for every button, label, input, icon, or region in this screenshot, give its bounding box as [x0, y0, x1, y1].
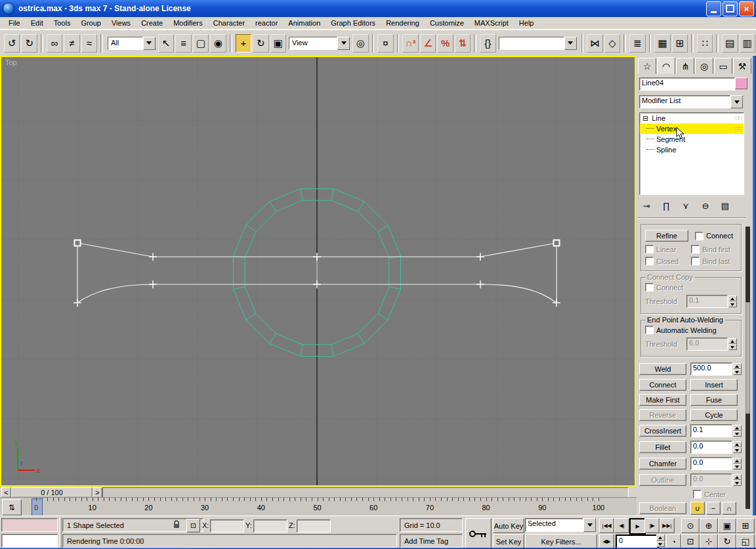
- select-object-icon[interactable]: ↖: [158, 34, 174, 53]
- stack-row-spline[interactable]: Spline: [640, 144, 744, 155]
- fillet-button[interactable]: Fillet: [639, 441, 686, 453]
- connect-checkbox[interactable]: [695, 232, 704, 240]
- align-icon[interactable]: ◇: [604, 34, 620, 53]
- refine-button[interactable]: Refine: [645, 230, 688, 242]
- curve-editor-icon[interactable]: ▦: [654, 34, 670, 53]
- reverse-button[interactable]: Reverse: [639, 409, 686, 421]
- boolean-subtraction-icon[interactable]: −: [706, 502, 721, 515]
- first-vertex-marker[interactable]: [554, 240, 560, 246]
- object-name-input[interactable]: Line04: [639, 77, 735, 91]
- menu-item-modifiers[interactable]: Modifiers: [168, 18, 208, 29]
- chevron-down-icon[interactable]: [143, 37, 156, 50]
- zoom-all-button[interactable]: ⊕: [700, 518, 718, 533]
- cross-insert-spinner[interactable]: [733, 425, 742, 437]
- panel-scrollbar-thumb[interactable]: [746, 302, 750, 414]
- current-frame-indicator[interactable]: [32, 498, 43, 516]
- named-selection-dropdown[interactable]: [499, 37, 577, 50]
- region-zoom-button[interactable]: ⊡: [681, 534, 700, 549]
- set-key-button[interactable]: Set Key: [493, 534, 524, 549]
- time-configuration-button[interactable]: ◔: [666, 534, 681, 549]
- z-coordinate-field[interactable]: [297, 519, 331, 533]
- stack-row-segment[interactable]: Segment: [640, 134, 744, 144]
- weld-button[interactable]: Weld: [639, 363, 686, 375]
- previous-frame-arrow[interactable]: <: [1, 487, 11, 498]
- add-time-tag[interactable]: Add Time Tag: [400, 534, 463, 548]
- key-mode-toggle[interactable]: ◀▶: [599, 534, 614, 549]
- key-filter-dropdown[interactable]: Selected: [525, 518, 596, 532]
- weld-spinner[interactable]: [733, 363, 742, 375]
- cross-insert-button[interactable]: CrossInsert: [639, 425, 686, 437]
- select-and-manipulate-icon[interactable]: ¤: [377, 34, 393, 53]
- maxscript-mini-listener-pink[interactable]: [1, 518, 58, 532]
- cross-insert-field[interactable]: 0.1: [690, 424, 732, 437]
- unlink-selection-icon[interactable]: ≠: [64, 34, 79, 53]
- expand-icon[interactable]: ⊟: [642, 114, 648, 123]
- first-vertex-marker[interactable]: [75, 240, 81, 246]
- minimize-button[interactable]: [706, 1, 721, 16]
- show-end-result-icon[interactable]: ∏: [659, 199, 673, 212]
- outline-field[interactable]: 0.0: [690, 473, 732, 487]
- menu-item-group[interactable]: Group: [75, 18, 106, 29]
- select-and-link-icon[interactable]: ∞: [47, 34, 62, 53]
- viewport-label[interactable]: Top: [5, 58, 17, 66]
- menu-item-help[interactable]: Help: [514, 18, 539, 29]
- percent-snap-icon[interactable]: %: [437, 34, 453, 53]
- select-and-rotate-icon[interactable]: ↻: [253, 34, 268, 53]
- make-first-button[interactable]: Make First: [639, 394, 686, 406]
- min-max-toggle-button[interactable]: ◱: [736, 534, 755, 549]
- material-editor-icon[interactable]: ∷: [697, 34, 713, 53]
- epaw-threshold-field[interactable]: 6.0: [686, 338, 728, 351]
- menu-item-reactor[interactable]: reactor: [250, 18, 283, 29]
- viewport-canvas[interactable]: Top y z x: [0, 56, 636, 487]
- epaw-threshold-spinner[interactable]: [728, 338, 737, 350]
- insert-button[interactable]: Insert: [690, 379, 738, 391]
- render-setup-icon[interactable]: ▤: [722, 34, 738, 53]
- weld-threshold-field[interactable]: 500.0: [690, 362, 732, 376]
- x-coordinate-field[interactable]: [210, 519, 244, 533]
- next-frame-arrow[interactable]: >: [93, 487, 102, 498]
- connect-copy-threshold-field[interactable]: 0.1: [686, 295, 728, 308]
- tab-display[interactable]: ▭: [714, 58, 732, 74]
- go-to-end-button[interactable]: ▶▶|: [660, 518, 675, 533]
- previous-frame-button[interactable]: ◀|: [614, 518, 629, 533]
- vertex-plus-marker[interactable]: [313, 253, 321, 261]
- select-by-name-icon[interactable]: ≡: [175, 34, 191, 53]
- time-slider-button[interactable]: 0 / 100: [11, 487, 93, 498]
- tab-modify[interactable]: ◠: [657, 57, 675, 74]
- arc-rotate-button[interactable]: ↻: [718, 534, 736, 549]
- redo-icon[interactable]: ↻: [21, 34, 37, 53]
- named-selection-sets-icon[interactable]: {}: [480, 34, 495, 53]
- menu-item-character[interactable]: Character: [208, 18, 250, 29]
- frame-spinner[interactable]: [656, 535, 665, 547]
- restore-button[interactable]: [723, 1, 738, 16]
- menu-item-file[interactable]: File: [3, 18, 26, 29]
- zoom-button[interactable]: ⊙: [681, 518, 700, 533]
- listener-splitter[interactable]: [59, 517, 62, 548]
- menu-item-edit[interactable]: Edit: [26, 18, 49, 29]
- chevron-down-icon[interactable]: [337, 37, 350, 50]
- zoom-extents-button[interactable]: ▣: [718, 518, 736, 533]
- angle-snap-icon[interactable]: ∠: [420, 34, 436, 53]
- outline-spinner[interactable]: [733, 474, 742, 486]
- vertex-plus-marker[interactable]: [476, 280, 484, 288]
- boolean-button[interactable]: Boolean: [639, 502, 686, 514]
- modifier-stack[interactable]: ⊟ Line ∷∷ Vertex ∷∷ Segment Spline: [639, 112, 744, 195]
- menu-item-tools[interactable]: Tools: [49, 18, 76, 29]
- chamfer-spinner[interactable]: [733, 458, 742, 470]
- schematic-view-icon[interactable]: ⊞: [672, 34, 688, 53]
- pan-button[interactable]: ⊹: [700, 534, 718, 549]
- y-coordinate-field[interactable]: [253, 519, 287, 533]
- zoom-extents-all-button[interactable]: ⊞: [736, 518, 755, 533]
- stack-row-vertex[interactable]: Vertex ∷∷: [640, 123, 744, 134]
- remove-modifier-icon[interactable]: ⊖: [698, 199, 713, 212]
- vertex-plus-marker[interactable]: [476, 253, 484, 261]
- panel-scrollbar[interactable]: [746, 227, 750, 509]
- time-slider-track[interactable]: [102, 487, 629, 498]
- vertex-plus-marker[interactable]: [553, 299, 560, 307]
- tab-hierarchy[interactable]: ⋔: [676, 58, 694, 74]
- menu-item-views[interactable]: Views: [106, 18, 136, 29]
- maxscript-mini-listener-white[interactable]: [1, 534, 58, 548]
- vertex-plus-marker[interactable]: [149, 253, 157, 261]
- vertex-plus-marker[interactable]: [313, 280, 321, 288]
- menu-item-create[interactable]: Create: [136, 18, 168, 29]
